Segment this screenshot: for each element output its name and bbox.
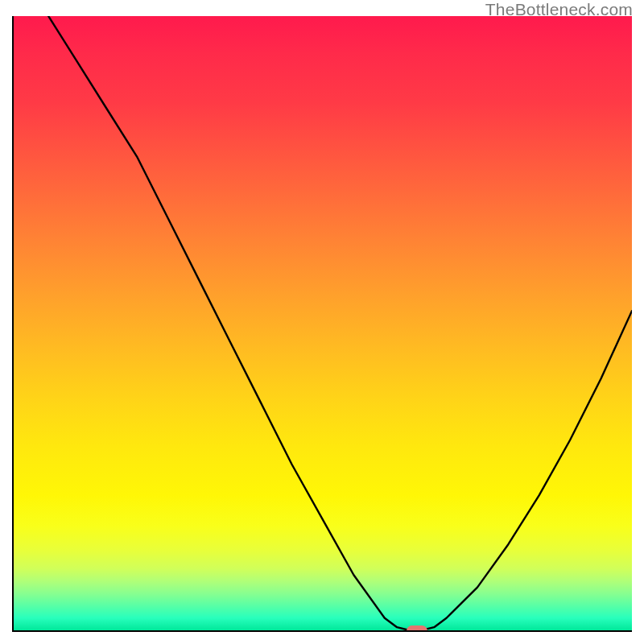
- chart-container: TheBottleneck.com: [0, 0, 644, 644]
- plot-area: [12, 16, 632, 632]
- curve-svg: [14, 16, 632, 630]
- optimal-marker: [407, 625, 427, 632]
- bottleneck-curve: [14, 16, 632, 630]
